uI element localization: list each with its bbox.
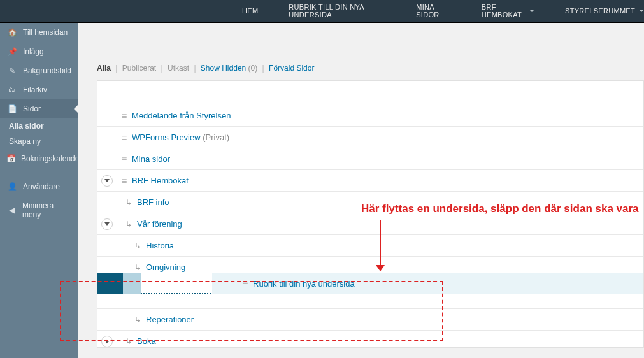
page-privacy-label: (Privat) (203, 132, 229, 142)
sidebar-sub-skapa-ny[interactable]: Skapa ny (0, 134, 78, 149)
child-arrow-icon: ↳ (134, 263, 141, 272)
page-row[interactable]: ↳ Historia (97, 235, 643, 257)
drag-handle-icon[interactable]: ≡ (117, 176, 132, 186)
expand-toggle[interactable] (101, 336, 113, 347)
main-content: Alla | Publicerat | Utkast | Show Hidden… (78, 23, 644, 358)
sidebar-item-bokningskalender[interactable]: 📅Bokningskalender (0, 149, 78, 168)
nav-hem[interactable]: HEM (242, 7, 258, 15)
page-row[interactable]: ↳ Boka (97, 331, 643, 348)
dragging-page-ghost[interactable]: ≡ Rubrik till din nya undersida (212, 273, 644, 294)
files-icon: 🗂 (6, 85, 18, 94)
chevron-down-icon (529, 10, 534, 12)
nav-brf-hembokat[interactable]: BRF HEMBOKAT (482, 3, 534, 18)
page-title-link[interactable]: Meddelande från Styrelsen (132, 111, 231, 120)
nav-mina-sidor[interactable]: MINA SIDOR (416, 3, 451, 18)
filter-show-hidden[interactable]: Show Hidden (201, 64, 246, 73)
chevron-down-icon (104, 179, 110, 182)
nav-rubrik[interactable]: RUBRIK TILL DIN NYA UNDERSIDA (289, 3, 385, 18)
child-arrow-icon: ↳ (125, 337, 132, 346)
sidebar-item-minimera[interactable]: ◀Minimera meny (0, 196, 78, 224)
child-arrow-icon: ↳ (134, 315, 141, 324)
annotation-arrow-head (376, 265, 385, 271)
chevron-down-icon (104, 222, 110, 226)
page-title-link[interactable]: Mina sidor (132, 154, 170, 164)
filter-forvald-sidor[interactable]: Förvald Sidor (269, 64, 314, 73)
page-title-link[interactable]: BRF info (137, 197, 169, 207)
drag-handle-icon[interactable]: ≡ (117, 154, 132, 164)
collapse-icon: ◀ (6, 206, 17, 215)
chevron-down-icon (639, 10, 644, 12)
page-row[interactable]: ↳ Reperationer (97, 309, 643, 331)
calendar-icon: 📅 (6, 154, 16, 163)
drag-handle-icon[interactable]: ≡ (238, 278, 253, 289)
child-arrow-icon: ↳ (125, 198, 132, 207)
top-nav: HEM RUBRIK TILL DIN NYA UNDERSIDA MINA S… (0, 0, 644, 23)
chevron-right-icon (106, 339, 109, 344)
sidebar-item-filarkiv[interactable]: 🗂Filarkiv (0, 80, 78, 99)
page-title-link[interactable]: BRF Hembokat (132, 176, 189, 185)
expand-toggle[interactable] (101, 175, 113, 187)
sidebar-item-till-hemsidan[interactable]: 🏠Till hemsidan (0, 23, 78, 42)
drag-origin-shadow (123, 273, 141, 294)
user-icon: 👤 (6, 182, 18, 191)
sidebar: 🏠Till hemsidan 📌Inlägg ✎Bakgrundsbild 🗂F… (0, 23, 78, 358)
drag-origin-bar (97, 273, 123, 294)
sidebar-sub-alla-sidor[interactable]: Alla sidor (0, 118, 78, 134)
page-row[interactable]: ≡ BRF Hembokat (97, 170, 643, 192)
page-title-link[interactable]: Vår förening (137, 219, 182, 229)
sidebar-item-anvandare[interactable]: 👤Användare (0, 177, 78, 196)
filter-alla[interactable]: Alla (97, 64, 111, 73)
filter-publicerat[interactable]: Publicerat (122, 64, 156, 73)
page-row[interactable]: ≡ Mina sidor (97, 148, 643, 170)
filter-bar: Alla | Publicerat | Utkast | Show Hidden… (97, 23, 644, 78)
pencil-icon: ✎ (6, 66, 18, 75)
filter-show-hidden-count: (0) (248, 64, 258, 73)
page-row[interactable]: ≡ WPForms Preview (Privat) (97, 127, 643, 148)
nav-styrelserummet[interactable]: STYRELSERUMMET (565, 7, 644, 15)
page-title-link[interactable]: Boka (137, 336, 156, 346)
page-list-frame: ≡ Meddelande från Styrelsen ≡ WPForms Pr… (97, 80, 644, 348)
page-row[interactable]: ↳ Vår förening (97, 213, 643, 235)
expand-toggle[interactable] (101, 218, 113, 230)
page-icon: 📄 (6, 104, 18, 113)
child-arrow-icon: ↳ (134, 241, 141, 250)
page-row[interactable]: ↳ BRF info (97, 192, 643, 213)
filter-utkast[interactable]: Utkast (168, 64, 189, 73)
sidebar-item-sidor[interactable]: 📄Sidor (0, 99, 78, 118)
pin-icon: 📌 (6, 47, 18, 56)
sidebar-item-inlagg[interactable]: 📌Inlägg (0, 42, 78, 61)
drag-handle-icon[interactable]: ≡ (117, 111, 132, 121)
home-icon: 🏠 (6, 28, 18, 37)
drag-handle-icon[interactable]: ≡ (117, 132, 132, 143)
page-title-link[interactable]: Historia (146, 241, 174, 250)
page-title-link[interactable]: Reperationer (146, 315, 194, 324)
page-list: ≡ Meddelande från Styrelsen ≡ WPForms Pr… (97, 81, 643, 348)
child-arrow-icon: ↳ (125, 220, 132, 229)
page-title-link[interactable]: Rubrik till din nya undersida (253, 279, 355, 289)
sidebar-item-bakgrundsbild[interactable]: ✎Bakgrundsbild (0, 61, 78, 80)
annotation-arrow (380, 220, 381, 268)
page-row[interactable]: ≡ Meddelande från Styrelsen (97, 105, 643, 127)
page-title-link[interactable]: Omgivning (146, 262, 185, 272)
page-title-link[interactable]: WPForms Preview (132, 132, 201, 142)
